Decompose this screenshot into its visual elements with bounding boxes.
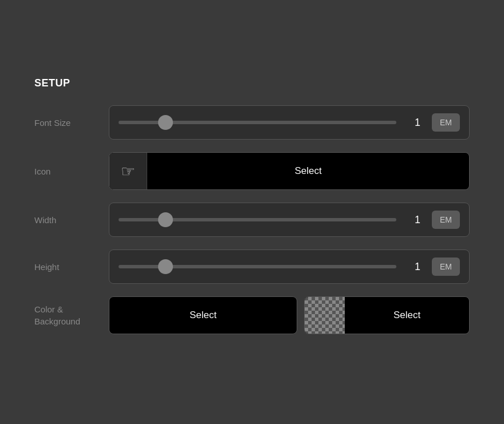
font-size-slider-container: 1 EM [109, 105, 470, 140]
width-unit-button[interactable]: EM [432, 211, 460, 229]
checkerboard-preview [305, 297, 345, 334]
font-size-row: Font Size 1 EM [34, 105, 470, 140]
width-row: Width 1 EM [34, 203, 470, 237]
font-size-value: 1 [403, 117, 432, 129]
font-size-slider[interactable] [119, 121, 396, 124]
icon-select-container: ☞ Select [109, 152, 470, 190]
color-bg-label: Color &Background [34, 303, 109, 327]
height-label: Height [34, 262, 109, 272]
color-bg-row: Color &Background Select Select [34, 296, 470, 334]
icon-label: Icon [34, 167, 109, 176]
font-size-controls: 1 EM [109, 105, 470, 140]
height-value: 1 [403, 261, 432, 273]
color-bg-controls: Select Select [109, 296, 470, 334]
setup-panel: SETUP Font Size 1 EM Icon ☞ Select Width [17, 60, 487, 364]
width-slider[interactable] [119, 218, 396, 221]
color-select-button[interactable]: Select [109, 296, 297, 334]
icon-row: Icon ☞ Select [34, 152, 470, 190]
height-slider[interactable] [119, 265, 396, 268]
width-slider-container: 1 EM [109, 203, 470, 237]
icon-char: ☞ [121, 162, 135, 181]
height-controls: 1 EM [109, 249, 470, 284]
width-value: 1 [403, 214, 432, 226]
bg-select-container: Select [304, 296, 470, 334]
bg-select-button[interactable]: Select [345, 310, 469, 321]
height-row: Height 1 EM [34, 249, 470, 284]
font-size-unit-button[interactable]: EM [432, 113, 460, 132]
panel-title: SETUP [34, 77, 470, 89]
icon-controls: ☞ Select [109, 152, 470, 190]
height-unit-button[interactable]: EM [432, 257, 460, 276]
width-label: Width [34, 215, 109, 225]
height-slider-container: 1 EM [109, 249, 470, 284]
font-size-label: Font Size [34, 118, 109, 128]
icon-preview: ☞ [109, 153, 147, 189]
width-controls: 1 EM [109, 203, 470, 237]
icon-select-button[interactable]: Select [147, 165, 469, 177]
